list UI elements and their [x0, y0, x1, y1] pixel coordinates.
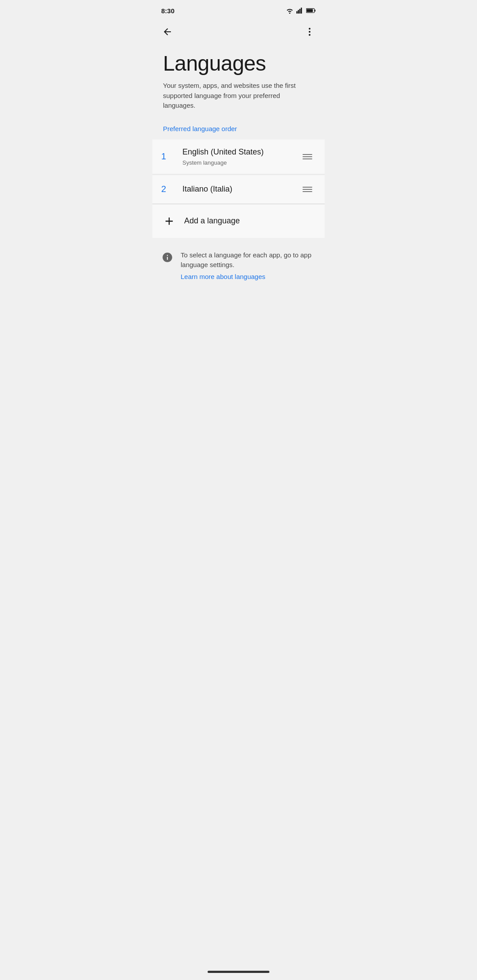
- info-circle-icon: [162, 252, 173, 263]
- info-section: To select a language for each app, go to…: [152, 238, 325, 289]
- add-language-label: Add a language: [184, 216, 240, 226]
- info-content: To select a language for each app, go to…: [181, 250, 316, 280]
- svg-rect-6: [307, 9, 313, 12]
- language-number-1: 1: [161, 151, 177, 162]
- language-item-2[interactable]: 2 Italiano (Italia): [152, 175, 325, 204]
- status-icons: [286, 8, 316, 14]
- svg-point-7: [309, 28, 310, 30]
- preferred-language-order-link[interactable]: Preferred language order: [152, 121, 325, 139]
- learn-more-link[interactable]: Learn more about languages: [181, 273, 316, 280]
- language-name-1: English (United States): [182, 147, 299, 157]
- info-body-text: To select a language for each app, go to…: [181, 251, 311, 269]
- top-app-bar: [152, 19, 325, 44]
- status-bar: 8:30: [152, 0, 325, 19]
- plus-icon: [163, 215, 175, 227]
- add-icon: [161, 213, 177, 229]
- status-time: 8:30: [161, 7, 174, 15]
- svg-point-9: [309, 34, 310, 36]
- drag-handle-2[interactable]: [299, 183, 316, 196]
- page-title: Languages: [152, 44, 325, 81]
- language-name-2: Italiano (Italia): [182, 185, 299, 194]
- back-arrow-icon: [162, 26, 173, 37]
- page-description: Your system, apps, and websites use the …: [152, 81, 325, 121]
- wifi-icon: [286, 8, 294, 14]
- svg-rect-1: [298, 10, 299, 14]
- more-options-button[interactable]: [300, 22, 319, 41]
- svg-rect-2: [299, 9, 301, 14]
- back-button[interactable]: [158, 22, 177, 41]
- language-sublabel-1: System language: [182, 159, 299, 166]
- svg-rect-0: [296, 11, 298, 13]
- more-vert-icon: [304, 26, 315, 37]
- svg-point-8: [309, 31, 310, 33]
- svg-rect-3: [301, 8, 302, 13]
- signal-icon: [296, 8, 303, 14]
- language-info-2: Italiano (Italia): [182, 185, 299, 194]
- language-item-1[interactable]: 1 English (United States) System languag…: [152, 139, 325, 174]
- add-language-item[interactable]: Add a language: [152, 204, 325, 238]
- info-icon: [161, 251, 174, 264]
- svg-rect-5: [314, 10, 315, 12]
- battery-icon: [306, 8, 316, 13]
- language-info-1: English (United States) System language: [182, 147, 299, 166]
- drag-handle-1[interactable]: [299, 151, 316, 163]
- language-number-2: 2: [161, 184, 177, 194]
